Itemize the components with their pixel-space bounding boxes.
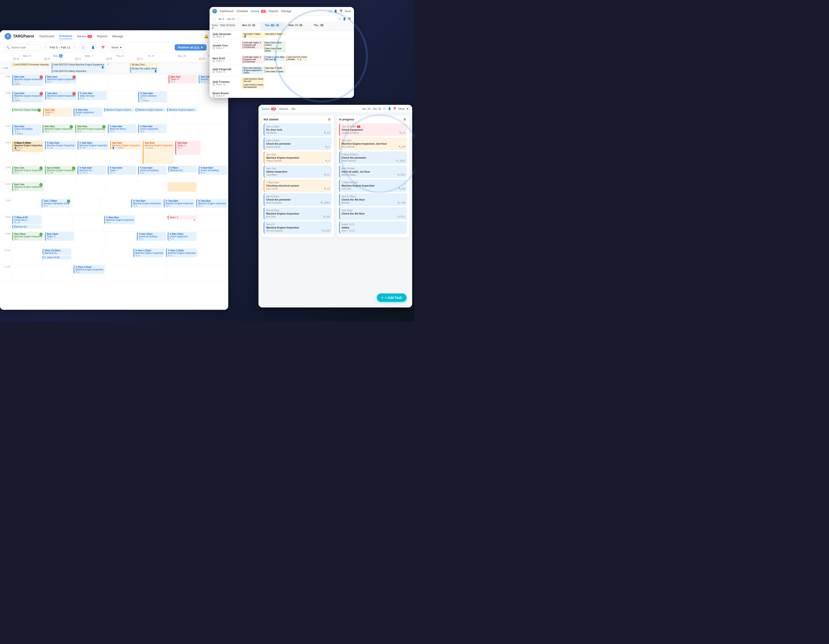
kanban-card[interactable]: 7:30am-8am Checking electrical system Li… [263, 179, 332, 192]
task-block[interactable]: ✕ 0am-1am Machine-Engine-Inspection 🔧 8 [45, 75, 76, 84]
task-block[interactable]: ✕ 1am-2am Machine-Engine-Inspection 🔧 8 … [13, 91, 44, 103]
kanban-card[interactable]: 1am-1:15am Fix door lock Jill Owens 🔧 14 [263, 123, 332, 136]
small-nav-manage[interactable]: Manage [281, 9, 291, 13]
task-cell[interactable]: Until 01/24/23 Check the roof [243, 77, 264, 83]
prev-week-button[interactable]: ‹ [43, 45, 49, 50]
task-block[interactable]: ↻ 8am-9am Machine Engine Inspection 🔧 8 [104, 215, 135, 224]
nav-reports[interactable]: Reports [97, 33, 107, 39]
task-block[interactable]: 4am-8am Machine Engine Inspection ✎ Edit… [143, 141, 174, 164]
week-selector[interactable]: Week ▼ [109, 44, 124, 51]
task-block[interactable]: ↻ 7am-8am Machine Engine Inspection 🔧 8 [164, 199, 195, 208]
task-block[interactable]: ↻ 3am-4am Check equipment 🔧 8 [138, 125, 167, 133]
task-block[interactable]: Machine Engine Inspect... [104, 108, 134, 112]
task-cell[interactable]: Until date Tasks: 3 (nearest until 01/25… [243, 55, 264, 63]
task-block[interactable]: ↻ 5am-6am Check all building 🔧 8 [138, 166, 167, 175]
person-view-button[interactable]: 👤 [89, 44, 97, 51]
nav-schedule[interactable]: Schedule [59, 33, 72, 39]
task-block[interactable]: ✓ 6am-7am Machine Engine Inspection 🔧 8 [13, 182, 43, 191]
kanban-card[interactable]: 7am-10am Check the 5th floor 🔧 9/11 [339, 207, 407, 220]
notification-icon[interactable]: 🔔 [204, 34, 209, 38]
task-block[interactable]: ✓ 9am-10am Machine Engine Inspection 🔧 8 [13, 232, 43, 241]
until-task[interactable]: Until 02/06/23 Perimeter cleaning [13, 63, 50, 66]
task-cell[interactable]: 8am-11am Clean pools [265, 47, 286, 52]
kanban-nav-manage[interactable]: Ma... [292, 107, 297, 110]
task-block[interactable]: ↻ 10am-10:30 [43, 256, 71, 259]
task-block[interactable]: 9am-10am Tasks: 3 🔧 8 [45, 232, 74, 241]
expand-toggle[interactable]: ▼ [107, 63, 128, 65]
task-cell[interactable]: 8am-6pm 2 Tasks 👤 [243, 32, 264, 38]
kanban-card[interactable]: 8am-9:15am Check the perimeter Anne Gonz… [263, 193, 332, 206]
task-block[interactable]: 4am-8am Machine Engine Inspection 👤 ✎ Ed… [110, 141, 141, 150]
task-block[interactable]: 7:30am-8:30 Check the p... 🔧 4/8 [13, 215, 41, 224]
task-block[interactable]: ✓ 5am-5:40am Machine Engine Inspection 🔧… [45, 166, 76, 175]
kanban-card[interactable]: 7am-10:15am ⚠ Check equipment Crystal Go… [339, 123, 407, 136]
task-block[interactable]: 10am-10:30am Machine En... [43, 248, 71, 255]
task-block[interactable]: 4:30am-5:30am Machine Engine Inspection … [13, 141, 43, 152]
task-block[interactable]: ↻ 3am-4am Wash the floors 🔧 8 [108, 125, 137, 133]
kanban-card[interactable]: 8am-9:15am Machine Engine Inspection Eva… [263, 207, 332, 220]
task-block[interactable]: ✓ 3am-4am Machine Engine Inspection 🔧 8 [43, 125, 74, 133]
add-task-button[interactable]: + + Add Task [377, 294, 407, 302]
kanban-card[interactable]: 7:30am-8:15am Machine Engine Inspection … [339, 179, 407, 192]
task-block[interactable]: ✕ 0am-1am Machine-Engine-Inspection 🔧 8 … [13, 75, 44, 86]
task-block[interactable]: ↻ 5am-6am Tasks: 7 🔧 8 [108, 166, 137, 175]
task-block[interactable]: ↻ 5am-6am Machine En... 🔧 4/8 ⊙ [77, 166, 106, 175]
nav-manage[interactable]: Manage [112, 33, 123, 39]
task-cell[interactable]: 8am-6pm 3 Tasks [265, 32, 286, 36]
kanban-card[interactable]: 8am-9:45am Paint all walls, 1st floor Mi… [339, 166, 407, 178]
prev-btn-small[interactable]: ‹ [212, 17, 216, 21]
kanban-card[interactable]: 1am-1:15am Check the perimeter Dennis Ha… [263, 137, 332, 150]
kanban-nav-issues[interactable]: Issues 10 [262, 107, 276, 110]
task-block[interactable]: Machine En... [13, 225, 41, 229]
until-task[interactable]: Until 02/07/23 Check Machine Engine Equi… [52, 63, 105, 69]
task-block[interactable]: Machine Engine Inspect... [136, 108, 165, 112]
task-cell[interactable]: Until date Tasks: 3 (nearest until 02/25… [243, 41, 264, 49]
kanban-nav-reports[interactable]: Reports [279, 107, 288, 110]
task-block[interactable]: ↻ 2am-3am Wipe the dust 🔧 8 [78, 91, 107, 100]
task-block[interactable]: ↻ 2am-3am Check windows 🔧 8 ✎ Edited [138, 91, 167, 103]
small-nav-issues[interactable]: Issues 10 [251, 9, 266, 13]
task-cell[interactable]: 0am-3am Machine Engine Inspected 8 Tasks [243, 66, 264, 74]
task-block[interactable]: ↻ 4am-5am Machine Engine Inspection 🔧 4/… [45, 141, 76, 150]
task-block[interactable]: Tasks: 3 ⊡ [168, 215, 197, 219]
nav-issues[interactable]: Issues 10 [77, 33, 92, 39]
task-block[interactable]: ↻ 4am-5am Machine Engine Inspection 🔧 4/… [77, 141, 109, 150]
task-block[interactable]: ↻ 0am-1:15am Machine Engine Inspection 🔧… [134, 248, 164, 257]
kanban-card[interactable]: 6am-7am Safety inspection Lisa Baker 🔧 2… [263, 166, 332, 178]
kanban-card[interactable]: 7:30am-8:30am Check the perimeter Pearl … [339, 152, 407, 164]
publish-button[interactable]: Publish all (11) ▼ [175, 44, 206, 51]
task-block[interactable]: ↻ 5am-6am Check all building 🔧 8 [199, 166, 227, 175]
task-cell[interactable]: Until 01/27/23 Check all build... 🔧 8 [286, 55, 307, 61]
task-block[interactable]: ↻ 9am-10am Check all building 🔧 8 [137, 232, 166, 241]
task-block[interactable]: ↻ 0am-1:15am Machine Engine Inspection 🔧… [74, 265, 104, 274]
until-task[interactable]: All day Fire safety check 👤 [130, 67, 158, 73]
task-cell[interactable]: 7am-10am 5 Tasks [265, 70, 286, 73]
task-block[interactable]: ↻ 2am-3am Repair equipment 🔧 8 [74, 108, 102, 117]
kanban-card[interactable]: 2am-3am Machine Engine Inspection, 2nd f… [339, 137, 407, 150]
task-cell[interactable]: 2:5am-11:5am Wipe the dust 👤 [265, 55, 286, 61]
task-block[interactable]: ✕ 1am-2am Machine-Engine-Inspection 🔧 8 [45, 91, 76, 100]
task-block[interactable]: ↻ 7am-8am Machine Engine Inspection 🔧 8 [131, 199, 162, 208]
task-block[interactable]: Machine Engine Inspect... [167, 108, 197, 112]
small-nav-dashboard[interactable]: Dashboard [220, 9, 233, 13]
kanban-card[interactable]: Safety 11/11 Safety Vera... 11/11 [339, 221, 407, 234]
until-task[interactable]: All day Chec... [130, 63, 158, 66]
task-block[interactable]: 5:30am Machine En... [169, 166, 197, 172]
task-cell[interactable]: Until 01/25/23 Check the basement [243, 83, 264, 89]
task-cell[interactable]: 6am-9am 5 Tasks [265, 66, 286, 69]
small-nav-reports[interactable]: Reports [269, 9, 279, 13]
task-block[interactable]: ✓ 3am-4am Machine Engine Inspection 🔧 8 [75, 125, 106, 133]
task-block[interactable]: ✓ 6am-7am Machine Engine Inspection 🔧 8 [13, 166, 43, 175]
clock-view-button[interactable]: 🕐 [79, 44, 87, 51]
nav-dashboard[interactable]: Dashboard [39, 33, 54, 39]
task-cell[interactable]: 8am-10am Clean rooms [265, 41, 286, 47]
kanban-card[interactable]: 8am-11:45am Check the 4th floor Brenda..… [339, 193, 407, 206]
task-block[interactable]: ↻ 7am-8am Machine Engine Inspection 🔧 8 [196, 199, 227, 208]
task-block[interactable]: 3am-4am Check all building 🔧 8 ✎ Edited [13, 125, 41, 136]
kanban-card[interactable]: 0am-2:4 Machine Engine Inspection Jerome… [263, 221, 332, 234]
kanban-card[interactable]: 1am-2am Machine Engine Inspection Patric… [263, 152, 332, 164]
task-block[interactable]: ↻ 0am-1:15am Machine Engine Inspection 🔧… [166, 248, 197, 257]
task-block[interactable]: 2am-3am Tasks: 4 🔧 8 [43, 108, 72, 117]
search-input[interactable] [11, 46, 37, 49]
until-task[interactable]: Until 02/07/23 Safety Inspection [52, 69, 105, 73]
